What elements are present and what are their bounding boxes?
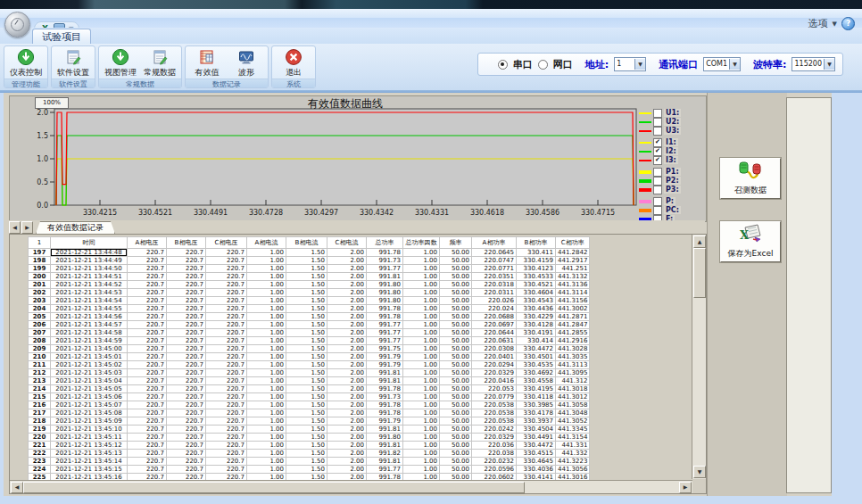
fetch-data-button[interactable]: 召测数据	[720, 158, 781, 199]
value-cell[interactable]: 1.00	[247, 369, 286, 377]
value-cell[interactable]: 2.00	[327, 377, 367, 385]
value-cell[interactable]: 441.3154	[556, 434, 590, 442]
value-cell[interactable]: 2.00	[327, 345, 367, 353]
value-cell[interactable]: 220.0538	[472, 401, 517, 409]
value-cell[interactable]: 1.00	[403, 329, 440, 337]
legend-checkbox[interactable]	[653, 118, 662, 127]
options-menu[interactable]: 选项	[808, 17, 828, 30]
value-cell[interactable]: 991.78	[367, 313, 403, 321]
row-number-cell[interactable]: 214	[29, 385, 51, 393]
value-cell[interactable]: 1.00	[403, 466, 440, 474]
value-cell[interactable]: 220.0308	[472, 345, 517, 353]
value-cell[interactable]: 1.00	[403, 434, 440, 442]
value-cell[interactable]: 220.7	[206, 265, 247, 273]
value-cell[interactable]: 220.7	[167, 313, 206, 321]
tab-test-project[interactable]: 试验项目	[32, 29, 91, 45]
tab-scroll-right-icon[interactable]: ▶	[21, 221, 33, 234]
value-cell[interactable]: 220.7	[128, 401, 167, 409]
scroll-down-icon[interactable]: ▼	[693, 466, 706, 478]
value-cell[interactable]: 220.7	[167, 289, 206, 297]
value-cell[interactable]: 1.50	[286, 305, 327, 313]
value-cell[interactable]: 220.036	[472, 442, 517, 450]
chevron-down-icon[interactable]: ▼	[824, 59, 834, 70]
value-cell[interactable]: 1.00	[247, 329, 286, 337]
value-cell[interactable]: 220.7	[167, 321, 206, 329]
value-cell[interactable]: 330.4472	[517, 442, 556, 450]
legend-checkbox[interactable]	[653, 109, 662, 118]
value-cell[interactable]: 991.80	[367, 434, 403, 442]
grid-header-cell[interactable]: 时间	[51, 237, 128, 249]
value-cell[interactable]: 1.00	[403, 442, 440, 450]
value-cell[interactable]: 220.7	[206, 458, 247, 466]
value-cell[interactable]: 1.00	[403, 353, 440, 361]
value-cell[interactable]: 2.00	[327, 313, 367, 321]
time-cell[interactable]: 2021-12-21 13:45:07	[51, 401, 128, 409]
value-cell[interactable]: 220.0232	[472, 458, 517, 466]
value-cell[interactable]: 220.0747	[472, 257, 517, 265]
value-cell[interactable]: 330.4036	[517, 466, 556, 474]
value-cell[interactable]: 2.00	[327, 273, 367, 281]
value-cell[interactable]: 1.00	[247, 313, 286, 321]
value-cell[interactable]: 441.3012	[556, 393, 590, 401]
value-cell[interactable]: 220.7	[206, 450, 247, 458]
value-cell[interactable]: 220.7	[128, 417, 167, 426]
value-cell[interactable]: 220.7	[206, 393, 247, 401]
value-cell[interactable]: 220.7	[167, 458, 206, 466]
value-cell[interactable]: 220.7	[128, 281, 167, 289]
value-cell[interactable]: 220.7	[206, 417, 247, 426]
time-cell[interactable]: 2021-12-21 13:44:49	[51, 257, 128, 265]
value-cell[interactable]: 1.00	[403, 297, 440, 305]
grid-header-cell[interactable]: A相功率	[472, 237, 517, 249]
value-cell[interactable]: 50.00	[440, 442, 472, 450]
value-cell[interactable]: 1.00	[403, 257, 440, 265]
row-number-cell[interactable]: 210	[29, 353, 51, 361]
value-cell[interactable]: 220.0416	[472, 377, 517, 385]
value-cell[interactable]: 2.00	[327, 281, 367, 289]
value-cell[interactable]: 1.50	[286, 377, 327, 385]
time-cell[interactable]: 2021-12-21 13:44:59	[51, 337, 128, 345]
value-cell[interactable]: 220.7	[128, 361, 167, 369]
value-cell[interactable]: 220.7	[206, 385, 247, 393]
value-cell[interactable]: 1.00	[403, 249, 440, 257]
value-cell[interactable]: 220.7	[206, 337, 247, 345]
value-cell[interactable]: 220.7	[167, 401, 206, 409]
value-cell[interactable]: 330.4178	[517, 409, 556, 417]
legend-checkbox[interactable]: ✔	[653, 156, 662, 165]
value-cell[interactable]: 2.00	[327, 257, 367, 265]
value-cell[interactable]: 330.4229	[517, 313, 556, 321]
value-cell[interactable]: 220.7	[206, 434, 247, 442]
scroll-right-icon[interactable]: ▶	[679, 482, 692, 493]
value-cell[interactable]: 2.00	[327, 361, 367, 369]
value-cell[interactable]: 330.4436	[517, 305, 556, 313]
grid-header-cell[interactable]: B相功率	[517, 237, 556, 249]
value-cell[interactable]: 50.00	[440, 273, 472, 281]
value-cell[interactable]: 220.0596	[472, 466, 517, 474]
value-cell[interactable]: 220.7	[206, 353, 247, 361]
value-cell[interactable]: 220.7	[206, 426, 247, 434]
value-cell[interactable]: 220.7	[206, 345, 247, 353]
value-cell[interactable]: 220.7	[206, 313, 247, 321]
value-cell[interactable]: 50.00	[440, 401, 472, 409]
row-number-cell[interactable]: 217	[29, 409, 51, 417]
value-cell[interactable]: 1.00	[403, 313, 440, 321]
value-cell[interactable]: 50.00	[440, 409, 472, 417]
value-cell[interactable]: 1.50	[286, 257, 327, 265]
value-cell[interactable]: 220.0779	[472, 393, 517, 401]
value-cell[interactable]: 220.7	[206, 305, 247, 313]
value-cell[interactable]: 2.00	[327, 466, 367, 474]
value-cell[interactable]: 1.00	[403, 401, 440, 409]
value-cell[interactable]: 220.026	[472, 297, 517, 305]
value-cell[interactable]: 2.00	[327, 458, 367, 466]
value-cell[interactable]: 330.4123	[517, 265, 556, 273]
value-cell[interactable]: 220.0538	[472, 409, 517, 417]
value-cell[interactable]: 330.4504	[517, 426, 556, 434]
value-cell[interactable]: 991.78	[367, 249, 403, 257]
time-cell[interactable]: 2021-12-21 13:45:09	[51, 417, 128, 426]
value-cell[interactable]: 50.00	[440, 466, 472, 474]
grid-header-cell[interactable]: C相电压	[206, 237, 247, 249]
value-cell[interactable]: 991.73	[367, 257, 403, 265]
time-cell[interactable]: 2021-12-21 13:45:04	[51, 377, 128, 385]
value-cell[interactable]: 220.7	[167, 450, 206, 458]
value-cell[interactable]: 220.7	[128, 337, 167, 345]
time-cell[interactable]: 2021-12-21 13:45:03	[51, 369, 128, 377]
